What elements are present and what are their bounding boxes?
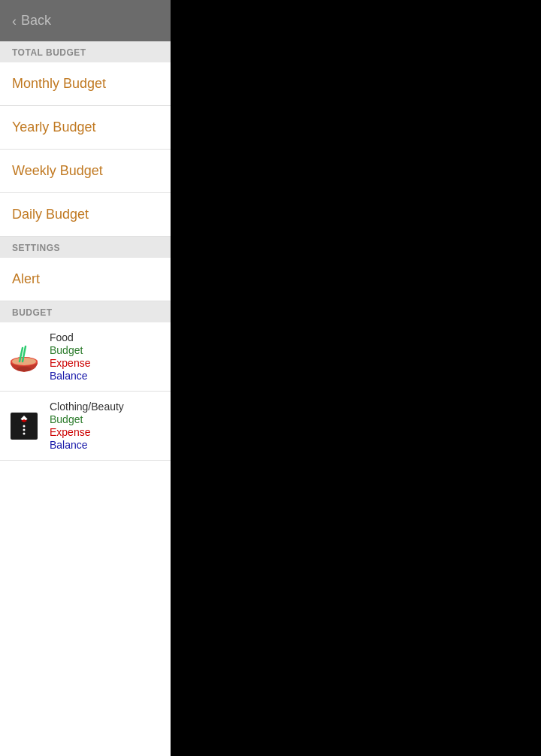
weekly-budget-label: Weekly Budget — [12, 163, 103, 178]
food-expense-label: Expense — [50, 357, 90, 369]
weekly-budget-item[interactable]: Weekly Budget — [0, 150, 171, 193]
total-budget-header: TOTAL BUDGET — [0, 41, 171, 62]
alert-item[interactable]: Alert — [0, 258, 171, 301]
svg-point-11 — [23, 425, 26, 427]
svg-point-13 — [23, 432, 26, 434]
monthly-budget-label: Monthly Budget — [12, 76, 106, 91]
food-budget-text: Food Budget Expense Balance — [50, 331, 90, 382]
clothing-category-label: Clothing/Beauty — [50, 401, 124, 413]
food-balance-label: Balance — [50, 370, 90, 382]
clothing-expense-label: Expense — [50, 426, 124, 438]
clothing-budget-label: Budget — [50, 413, 124, 425]
back-button[interactable]: ‹ Back — [0, 0, 171, 41]
food-budget-label: Budget — [50, 344, 90, 356]
back-chevron-icon: ‹ — [12, 14, 17, 28]
yearly-budget-label: Yearly Budget — [12, 119, 95, 135]
settings-header: SETTINGS — [0, 237, 171, 258]
monthly-budget-item[interactable]: Monthly Budget — [0, 62, 171, 106]
daily-budget-label: Daily Budget — [12, 207, 89, 222]
daily-budget-item[interactable]: Daily Budget — [0, 193, 171, 237]
food-budget-item[interactable]: Food Budget Expense Balance — [0, 322, 171, 392]
sidebar: ‹ Back TOTAL BUDGET Monthly Budget Yearl… — [0, 0, 171, 756]
food-icon — [6, 339, 42, 375]
clothing-icon — [6, 408, 42, 444]
yearly-budget-item[interactable]: Yearly Budget — [0, 106, 171, 150]
clothing-budget-item[interactable]: Clothing/Beauty Budget Expense Balance — [0, 392, 171, 461]
svg-point-2 — [12, 358, 36, 365]
svg-point-12 — [23, 428, 26, 431]
svg-point-5 — [17, 367, 32, 371]
clothing-balance-label: Balance — [50, 439, 124, 451]
clothing-budget-text: Clothing/Beauty Budget Expense Balance — [50, 401, 124, 451]
back-label: Back — [21, 13, 51, 29]
budget-header: BUDGET — [0, 301, 171, 322]
food-category-label: Food — [50, 331, 90, 343]
alert-label: Alert — [12, 271, 40, 286]
